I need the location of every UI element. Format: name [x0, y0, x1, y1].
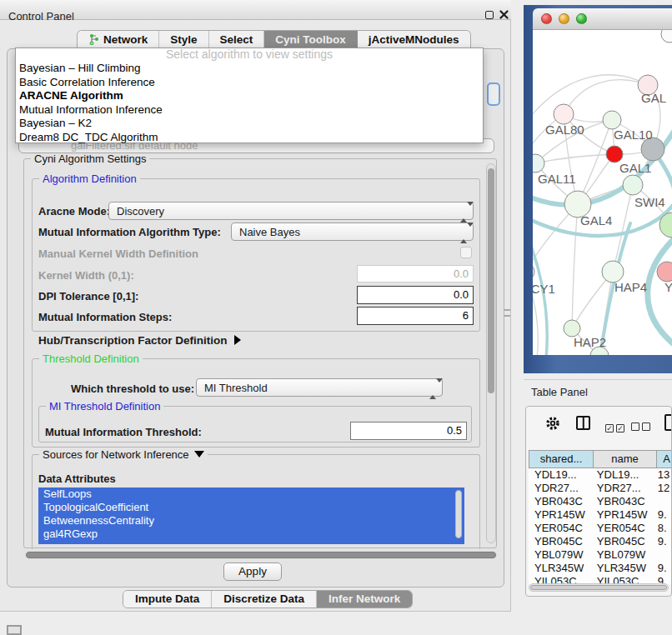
- network-node[interactable]: [533, 263, 534, 280]
- minimized-panel-icon[interactable]: [7, 625, 22, 635]
- attribute-item[interactable]: SelfLoops: [38, 488, 464, 501]
- network-node[interactable]: [603, 111, 621, 129]
- minimize-window-icon[interactable]: [559, 13, 569, 24]
- settings-horizontal-scrollbar[interactable]: [25, 551, 497, 559]
- algorithm-option[interactable]: Dream8 DC_TDC Algorithm: [16, 131, 483, 145]
- which-threshold-label: Which threshold to use:: [71, 382, 194, 395]
- network-node[interactable]: [606, 146, 623, 162]
- close-window-icon[interactable]: [541, 13, 552, 24]
- dpi-tolerance-field[interactable]: 0.0: [357, 286, 474, 304]
- attribute-item[interactable]: TopologicalCoefficient: [38, 501, 464, 514]
- table-row[interactable]: YDR27...YDR27...12: [529, 482, 671, 495]
- table-cell: YBR043C: [529, 495, 591, 508]
- combo-arrows-icon: [460, 227, 468, 238]
- table-cell: YDL19...: [529, 468, 591, 482]
- sources-title[interactable]: Sources for Network Inference: [39, 448, 208, 461]
- algorithm-combo-focus-ring[interactable]: [487, 82, 500, 106]
- node-label: GAL11: [538, 172, 576, 186]
- attributes-scrollbar-thumb[interactable]: [455, 490, 462, 538]
- network-view-window: GALGAL80GAL10GAL1GAL11SWI4GAL4GCY1HAP4YH…: [524, 5, 672, 373]
- data-attributes-list[interactable]: SelfLoopsTopologicalCoefficientBetweenne…: [38, 488, 464, 544]
- node-label: HAP4: [614, 280, 647, 294]
- network-edge[interactable]: [564, 80, 648, 114]
- algorithm-option[interactable]: Bayesian – K2: [16, 117, 483, 131]
- close-panel-icon[interactable]: [499, 10, 509, 19]
- aracne-mode-label: Aracne Mode:: [38, 205, 110, 218]
- attribute-item[interactable]: gal4RGexp: [38, 528, 464, 541]
- network-node[interactable]: [657, 262, 672, 282]
- select-all-columns-icon[interactable]: ✓✓: [605, 419, 627, 434]
- aracne-mode-combo[interactable]: Discovery: [108, 202, 474, 220]
- manual-kernel-width-checkbox[interactable]: [460, 247, 472, 258]
- apply-button[interactable]: Apply: [223, 562, 282, 581]
- table-column-header[interactable]: shared...: [529, 450, 594, 468]
- table-cell: YDR27...: [529, 482, 591, 495]
- tab-impute-data[interactable]: Impute Data: [123, 591, 212, 608]
- table-cell: YBL079W: [591, 548, 652, 562]
- zoom-window-icon[interactable]: [576, 13, 587, 24]
- table-panel-separator: [524, 379, 672, 380]
- network-window-titlebar[interactable]: [533, 8, 672, 30]
- kernel-width-field[interactable]: 0.0: [357, 265, 474, 282]
- table-row[interactable]: YPR145WYPR145W9.: [529, 508, 671, 522]
- node-label: GAL4: [580, 213, 612, 228]
- table-cell: YER054C: [529, 522, 591, 535]
- mi-steps-field[interactable]: 6: [357, 307, 474, 325]
- algorithm-option[interactable]: Bayesian – Hill Climbing: [16, 62, 483, 76]
- algorithm-definition-title: Algorithm Definition: [39, 172, 140, 185]
- which-threshold-value: MI Threshold: [204, 382, 268, 394]
- scrollbar-thumb[interactable]: [26, 552, 496, 558]
- network-edge[interactable]: [572, 204, 578, 328]
- network-node[interactable]: [661, 30, 672, 42]
- network-edge[interactable]: [535, 154, 614, 163]
- table-cell: YER054C: [591, 522, 652, 535]
- settings-vertical-scrollbar[interactable]: [486, 163, 496, 543]
- table-row[interactable]: YLR345WYLR345W9.: [529, 562, 671, 575]
- table-row[interactable]: YDL19...YDL19...13: [529, 468, 671, 482]
- tab-cyni-toolbox[interactable]: Cyni Toolbox: [264, 31, 358, 48]
- which-threshold-combo[interactable]: MI Threshold: [196, 378, 443, 397]
- tab-discretize-data[interactable]: Discretize Data: [212, 591, 317, 608]
- algorithm-option[interactable]: ARACNE Algorithm: [16, 89, 483, 103]
- tab-jactivemnodules[interactable]: jActiveMNodules: [358, 31, 470, 48]
- table-row[interactable]: YBR043CYBR043C: [529, 495, 671, 508]
- table-cell: 12: [652, 482, 671, 495]
- float-panel-icon[interactable]: [485, 11, 494, 19]
- table-column-header[interactable]: A: [657, 450, 672, 468]
- new-table-icon[interactable]: [664, 414, 672, 431]
- network-node[interactable]: [564, 320, 580, 337]
- column-selector-icon[interactable]: [576, 416, 590, 430]
- tab-label: Network: [103, 33, 148, 46]
- tab-label: Style: [170, 33, 197, 46]
- splitter-handle[interactable]: [504, 309, 510, 317]
- mi-type-value: Naive Bayes: [239, 226, 300, 238]
- table-horizontal-scrollbar[interactable]: [529, 583, 669, 592]
- dropdown-item-list: Bayesian – Hill ClimbingBasic Correlatio…: [16, 62, 483, 144]
- tab-network[interactable]: Network: [78, 31, 159, 48]
- network-node[interactable]: [554, 104, 574, 124]
- gear-icon[interactable]: [544, 415, 561, 435]
- attribute-item[interactable]: BetweennessCentrality: [38, 514, 464, 528]
- tab-select[interactable]: Select: [209, 31, 265, 48]
- threshold-definition-title: Threshold Definition: [39, 352, 143, 365]
- hub-definition-toggle[interactable]: Hub/Transcription Factor Definition: [38, 334, 241, 347]
- tab-label: Cyni Toolbox: [275, 33, 346, 46]
- node-label: GAL80: [545, 122, 584, 137]
- scrollbar-thumb[interactable]: [488, 168, 494, 393]
- table-row[interactable]: YBR045CYBR045C9.: [529, 535, 671, 548]
- table-cell: YLR345W: [529, 562, 591, 575]
- scrollbar-thumb[interactable]: [530, 585, 667, 590]
- table-column-header[interactable]: name: [594, 450, 657, 468]
- network-canvas[interactable]: GALGAL80GAL10GAL1GAL11SWI4GAL4GCY1HAP4YH…: [533, 30, 672, 355]
- combo-arrows-icon: [429, 382, 437, 394]
- deselect-all-columns-icon[interactable]: [631, 419, 653, 434]
- network-node[interactable]: [623, 175, 643, 195]
- mi-algorithm-type-combo[interactable]: Naive Bayes: [231, 222, 474, 241]
- algorithm-option[interactable]: Basic Correlation Inference: [16, 76, 483, 90]
- tab-infer-network[interactable]: Infer Network: [317, 591, 412, 608]
- table-row[interactable]: YBL079WYBL079W: [529, 548, 671, 562]
- tab-style[interactable]: Style: [159, 31, 208, 48]
- mi-threshold-field[interactable]: 0.5: [350, 422, 467, 440]
- algorithm-option[interactable]: Mutual Information Inference: [16, 103, 483, 118]
- table-row[interactable]: YER054CYER054C8.: [529, 522, 671, 535]
